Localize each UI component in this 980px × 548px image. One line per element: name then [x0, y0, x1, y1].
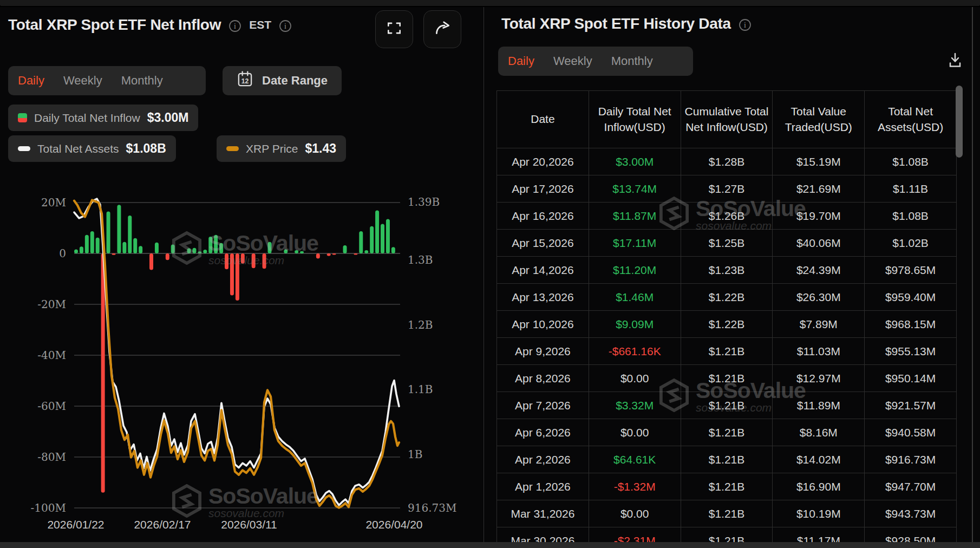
net-inflow-bar: [381, 224, 384, 253]
date-cell: Apr 7,2026: [497, 392, 589, 419]
net-inflow-bar: [149, 253, 153, 270]
net-inflow-bar: [166, 253, 169, 260]
info-icon[interactable]: i: [228, 19, 241, 32]
net-inflow-bar: [284, 249, 288, 253]
legend-total-net-assets[interactable]: Total Net Assets $1.08B: [8, 135, 176, 162]
value-cell: $12.97M: [773, 365, 865, 392]
tab-monthly[interactable]: Monthly: [611, 54, 653, 68]
timezone-label: EST: [249, 18, 271, 31]
right-axis-tick: 1.2B: [408, 318, 433, 331]
value-cell: $1.21B: [681, 392, 773, 419]
table-row: Apr 7,2026$3.32M$1.21B$11.89M$921.57M: [497, 392, 957, 419]
chart-period-tabs: Daily Weekly Monthly: [8, 66, 206, 95]
tab-monthly[interactable]: Monthly: [121, 74, 163, 88]
net-inflow-bar: [133, 238, 137, 253]
value-cell: $1.46M: [589, 284, 681, 311]
net-inflow-bar: [101, 253, 105, 493]
date-range-button[interactable]: 12 Date Range: [223, 66, 342, 95]
date-cell: Apr 15,2026: [497, 230, 589, 257]
net-inflow-chart[interactable]: 20M0-20M-40M-60M-80M-100M1.39B1.3B1.2B1.…: [0, 168, 484, 542]
value-cell: $1.23B: [681, 257, 773, 284]
left-axis-tick: -40M: [37, 349, 66, 362]
x-axis-date-label: 2026/02/17: [134, 518, 191, 531]
value-cell: $1.08B: [865, 148, 957, 175]
value-cell: $1.21B: [681, 365, 773, 392]
net-inflow-bar: [107, 211, 110, 253]
info-icon[interactable]: i: [739, 18, 752, 31]
chart-panel-title: Total XRP Spot ETF Net Inflow: [8, 16, 221, 34]
net-inflow-bar: [74, 249, 78, 253]
x-axis-date-label: 2026/04/20: [365, 518, 422, 531]
table-row: Apr 9,2026-$661.16K$1.21B$11.03M$955.13M: [497, 338, 957, 365]
table-scrollbar-thumb[interactable]: [956, 86, 963, 158]
legend-daily-net-inflow[interactable]: Daily Total Net Inflow $3.00M: [8, 105, 198, 131]
value-cell: $1.21B: [681, 338, 773, 365]
net-inflow-bar: [391, 247, 395, 253]
info-icon[interactable]: i: [279, 19, 292, 32]
value-cell: -$661.16K: [589, 338, 681, 365]
net-inflow-bar: [171, 245, 175, 253]
value-cell: $943.73M: [865, 500, 957, 527]
value-cell: $15.19M: [773, 148, 865, 175]
legend-value: $1.08B: [126, 141, 166, 156]
value-cell: $10.19M: [773, 500, 865, 527]
value-cell: $940.58M: [865, 419, 957, 446]
value-cell: $26.30M: [773, 284, 865, 311]
date-cell: Apr 8,2026: [497, 365, 589, 392]
net-inflow-bar: [90, 231, 94, 253]
panel-divider: [484, 7, 484, 543]
net-inflow-bar: [187, 249, 191, 253]
value-cell: $1.28B: [681, 148, 773, 175]
download-button[interactable]: [944, 49, 966, 73]
net-inflow-bar: [343, 245, 347, 253]
table-row: Apr 20,2026$3.00M$1.28B$15.19M$1.08B: [497, 148, 957, 175]
svg-text:12: 12: [241, 77, 249, 85]
net-inflow-bar: [117, 205, 121, 253]
svg-text:i: i: [284, 22, 286, 30]
value-cell: $0.00: [589, 419, 681, 446]
download-icon: [948, 51, 963, 71]
net-inflow-bar: [80, 246, 83, 253]
net-inflow-bar: [203, 250, 207, 253]
net-inflow-bar: [96, 238, 100, 253]
date-cell: Apr 2,2026: [497, 446, 589, 473]
legend-xrp-price[interactable]: XRP Price $1.43: [217, 135, 346, 162]
value-cell: $8.16M: [773, 419, 865, 446]
date-cell: Apr 6,2026: [497, 419, 589, 446]
legend-value: $3.00M: [147, 110, 189, 125]
legend-label: Total Net Assets: [37, 142, 119, 155]
x-axis-date-label: 2026/03/11: [221, 518, 277, 531]
net-inflow-bar: [230, 253, 234, 296]
net-inflow-bar: [139, 246, 142, 253]
value-cell: $1.11B: [865, 175, 957, 203]
value-cell: $21.69M: [773, 175, 865, 203]
tab-daily[interactable]: Daily: [18, 74, 44, 88]
table-row: Apr 8,2026$0.00$1.21B$12.97M$950.14M: [497, 365, 957, 392]
svg-text:i: i: [744, 21, 746, 29]
net-inflow-chart-panel: Total XRP Spot ETF Net Inflow i EST i Da…: [0, 7, 484, 542]
value-cell: $1.08B: [865, 203, 957, 230]
net-inflow-bar: [354, 253, 357, 255]
date-cell: Apr 14,2026: [497, 257, 589, 284]
date-cell: Apr 9,2026: [497, 338, 589, 365]
horizontal-scrollbar[interactable]: [0, 542, 980, 548]
table-panel-title: Total XRP Spot ETF History Data: [501, 15, 731, 32]
share-button[interactable]: [423, 10, 461, 48]
value-cell: $19.70M: [773, 203, 865, 230]
left-axis-tick: -80M: [37, 451, 66, 464]
table-row: Apr 15,2026$17.11M$1.25B$40.06M$1.02B: [497, 230, 957, 257]
tab-weekly[interactable]: Weekly: [553, 54, 592, 68]
fullscreen-button[interactable]: [375, 10, 413, 48]
tab-weekly[interactable]: Weekly: [63, 74, 102, 88]
value-cell: -$1.32M: [589, 473, 681, 500]
date-cell: Apr 1,2026: [497, 473, 589, 500]
legend-value: $1.43: [305, 141, 336, 156]
net-inflow-bar: [122, 242, 126, 253]
tab-daily[interactable]: Daily: [508, 54, 534, 68]
svg-text:i: i: [234, 22, 236, 30]
left-axis-tick: -100M: [31, 501, 66, 514]
value-cell: $11.89M: [773, 392, 865, 419]
net-inflow-bar: [155, 243, 159, 253]
value-cell: $14.02M: [773, 446, 865, 473]
top-card-edge: [0, 0, 980, 7]
